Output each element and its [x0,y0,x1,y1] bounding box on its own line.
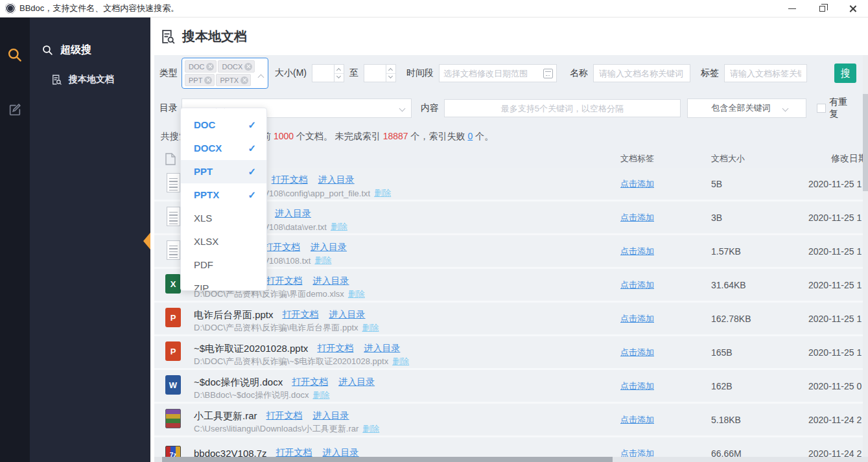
open-doc-link[interactable]: 打开文档 [317,343,353,354]
dropdown-option-pdf[interactable]: PDF✓ [181,253,266,277]
tag-keyword-input[interactable] [724,64,807,82]
enter-dir-link[interactable]: 进入目录 [364,343,400,354]
remove-tag-icon[interactable] [244,63,252,71]
add-tag-link[interactable]: 点击添加 [620,347,654,357]
enter-dir-link[interactable]: 进入目录 [329,309,366,321]
table-row: 电诈后台界面.pptx打开文档进入目录 D:\DOC\产品资料\反诈骗\电诈后台… [154,303,868,336]
enter-dir-link[interactable]: 进入目录 [318,174,355,186]
file-date: 2020-11-25 1 [803,280,868,290]
horizontal-scrollbar-thumb[interactable] [162,457,613,462]
open-doc-link[interactable]: 打开文档 [266,275,303,287]
add-tag-link[interactable]: 点击添加 [620,314,654,323]
type-label: 类型 [159,67,178,79]
date-range-label: 时间段 [406,67,434,79]
search-button[interactable]: 搜 [834,64,856,83]
keyword-mode-select[interactable]: 包含全部关键词 [687,98,806,118]
app-body: 超级搜 搜本地文档 搜本地文档 类型 DOC DOCX PPT [0,17,868,462]
delete-link[interactable]: 删除 [374,187,391,199]
file-title: ~$doc操作说明.docx [194,376,283,389]
enter-dir-link[interactable]: 进入目录 [275,208,311,220]
open-doc-link[interactable]: 打开文档 [266,410,303,422]
remove-tag-icon[interactable] [206,63,214,71]
delete-link[interactable]: 删除 [362,322,379,334]
sidebar-item-label: 搜本地文档 [69,74,114,86]
close-icon [849,5,857,13]
add-tag-link[interactable]: 点击添加 [620,246,654,256]
minimize-button[interactable] [777,0,807,17]
remove-tag-icon[interactable] [240,76,248,84]
filter-row-1: 类型 DOC DOCX PPT PPTX 大小(M) 至 [159,58,856,89]
delete-link[interactable]: 删除 [348,288,365,300]
vertical-scrollbar[interactable] [863,55,868,457]
doc-search-icon [159,29,176,45]
enter-dir-link[interactable]: 进入目录 [313,410,349,422]
calendar-icon[interactable] [543,69,553,78]
file-date: 2020-11-25 1 [803,179,868,189]
file-size: 5.18KB [706,415,803,425]
failed-count-link[interactable]: 0 [467,131,473,141]
dropdown-option-doc[interactable]: DOC✓ [181,113,266,137]
delete-link[interactable]: 删除 [314,255,331,266]
size-max-input[interactable] [364,65,386,82]
dropdown-option-docx[interactable]: DOCX✓ [181,137,266,160]
delete-link[interactable]: 删除 [331,221,347,233]
add-tag-link[interactable]: 点击添加 [620,280,654,290]
directory-label: 目录 [159,102,178,114]
remove-tag-icon[interactable] [204,76,212,84]
add-tag-link[interactable]: 点击添加 [620,415,654,424]
size-max-stepper [364,64,396,82]
delete-link[interactable]: 删除 [362,423,379,435]
file-path: D:\DOC\产品资料\反诈骗\电诈后台界面.pptx [194,322,358,334]
collapse-sidebar-arrow[interactable] [143,233,150,249]
dropdown-option-pptx[interactable]: PPTX✓ [181,183,266,207]
shown-count: 1000 [274,131,294,141]
content-keyword-input[interactable] [444,99,681,117]
size-min-input[interactable] [312,65,334,82]
dropdown-option-xls[interactable]: XLS✓ [181,207,266,230]
restore-button[interactable] [807,0,838,17]
excel-file-icon [165,274,181,294]
dropdown-option-zip[interactable]: ZIP✓ [181,277,266,291]
sidebar: 超级搜 搜本地文档 [30,17,150,462]
add-tag-link[interactable]: 点击添加 [620,213,654,222]
open-doc-link[interactable]: 打开文档 [272,174,308,186]
delete-link[interactable]: 删除 [392,356,409,367]
stepper-arrows[interactable] [386,65,395,82]
file-size: 165B [706,347,803,358]
add-tag-link[interactable]: 点击添加 [620,381,654,391]
date-range-input[interactable] [440,65,541,82]
open-doc-link[interactable]: 打开文档 [283,309,319,321]
sidebar-item-super-search[interactable]: 超级搜 [30,43,150,57]
enter-dir-link[interactable]: 进入目录 [313,275,349,287]
add-tag-link[interactable]: 点击添加 [620,179,654,189]
open-doc-link[interactable]: 打开文档 [264,242,300,253]
horizontal-scrollbar[interactable] [154,457,863,462]
sidebar-item-local-doc-search[interactable]: 搜本地文档 [30,74,150,86]
stepper-arrows[interactable] [334,65,344,82]
file-title: ~$电诈取证20201028.pptx [194,343,308,355]
open-doc-link[interactable]: 打开文档 [292,376,328,388]
table-row: 小工具更新.rar打开文档进入目录 C:\Users\litiangui\Dow… [154,404,868,437]
file-title: 小工具更新.rar [194,410,257,422]
delete-link[interactable]: 删除 [312,389,329,401]
type-multiselect[interactable]: DOC DOCX PPT PPTX [182,58,268,89]
filter-area: 类型 DOC DOCX PPT PPTX 大小(M) 至 [154,55,868,462]
minimize-icon [788,8,796,9]
type-tag-docx: DOCX [218,60,255,73]
file-path: C:\Users\litiangui\Downloads\小工具更新.rar [194,423,358,435]
enter-dir-link[interactable]: 进入目录 [311,242,347,253]
search-icon[interactable] [6,47,23,64]
edit-icon[interactable] [6,101,23,118]
dropdown-option-ppt[interactable]: PPT✓ [181,160,266,183]
enter-dir-link[interactable]: 进入目录 [338,376,375,388]
vertical-scrollbar-thumb[interactable] [863,94,868,191]
file-size: 5B [706,179,803,189]
name-keyword-input[interactable] [593,64,690,82]
duplicate-checkbox[interactable] [817,104,826,113]
close-button[interactable] [838,0,868,17]
dropdown-option-xlsx[interactable]: XLSX✓ [181,230,266,253]
search-icon [41,44,54,56]
size-label: 大小(M) [275,67,307,79]
tag-label: 标签 [701,67,719,79]
chevron-down-icon [399,106,405,112]
